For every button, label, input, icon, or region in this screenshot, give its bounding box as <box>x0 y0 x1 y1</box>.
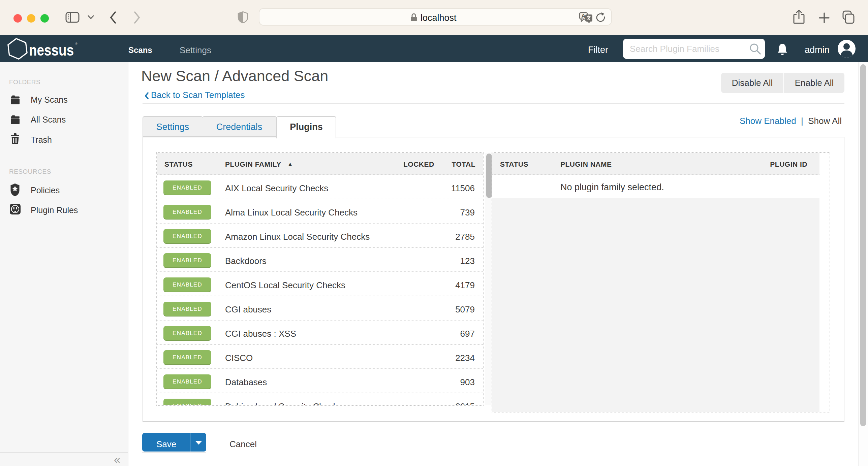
svg-text:A: A <box>581 13 585 19</box>
